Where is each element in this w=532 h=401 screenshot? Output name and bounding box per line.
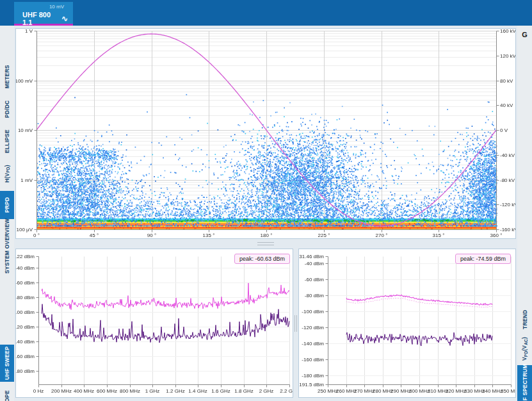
sweep-peak-badge: peak: -60.63 dBm [234, 254, 290, 264]
uhf-sweep-plot-canvas[interactable] [16, 249, 293, 397]
tab-ellipse-label: ELLIPSE [4, 130, 10, 154]
tab-trend-label: TREND [522, 310, 528, 329]
uhf-sweep-panel: peak: -60.63 dBm [15, 249, 293, 398]
tab-meters-label: METERS [4, 65, 10, 89]
device-tab-uhf800[interactable]: 10 mV UHF 800 1.1 ∿ [14, 2, 73, 26]
tab-vpd-vac-label: VPD(VAC) [521, 336, 528, 360]
tab-system-overview-label: SYSTEM OVERVIEW [4, 218, 10, 274]
g-button[interactable]: G [517, 31, 532, 38]
tab-system-overview[interactable]: SYSTEM OVERVIEW [0, 222, 14, 270]
tab-prpd[interactable]: PRPD [0, 191, 14, 219]
tab-trend[interactable]: TREND [517, 307, 532, 332]
tab-prpd-label: PRPD [4, 197, 10, 213]
tab-hvpd-label: H(VPD) [4, 165, 11, 183]
tab-ellipse[interactable]: ELLIPSE [0, 127, 14, 156]
tab-pd-dc[interactable]: PD/DC [0, 95, 14, 123]
tab-vpd-vac[interactable]: VPD(VAC) [517, 334, 532, 363]
tab-scope[interactable]: SCOPE [0, 386, 14, 401]
device-tab-title: UHF 800 1.1 [22, 11, 61, 26]
tab-uhf-spectrum[interactable]: UHF SPECTRUM [517, 365, 532, 401]
uhf-spectrum-panel: peak: -74.59 dBm [298, 249, 516, 398]
tab-hvpd[interactable]: H(VPD) [0, 159, 14, 188]
tab-uhf-sweep[interactable]: UHF SWEEP [0, 345, 14, 382]
prpd-panel [15, 28, 516, 239]
left-tab-rail: METERS PD/DC ELLIPSE H(VPD) PRPD SYSTEM … [0, 26, 14, 401]
range-label: 10 mV [14, 2, 73, 10]
vertical-splitter[interactable] [294, 249, 298, 398]
title-bar: 10 mV UHF 800 1.1 ∿ [0, 0, 532, 26]
tab-pd-dc-label: PD/DC [4, 100, 10, 117]
sine-icon: ∿ [61, 14, 68, 23]
prpd-plot-canvas[interactable] [16, 29, 515, 238]
tab-uhf-sweep-label: UHF SWEEP [4, 347, 10, 380]
spectrum-peak-badge: peak: -74.59 dBm [455, 254, 511, 264]
splitter-grip-icon [294, 315, 297, 332]
right-tab-rail: G TREND VPD(VAC) UHF SPECTRUM [517, 26, 532, 401]
tab-uhf-spectrum-label: UHF SPECTRUM [522, 364, 528, 401]
tab-meters[interactable]: METERS [0, 63, 14, 91]
splitter-grip-icon [257, 242, 274, 245]
tab-scope-label: SCOPE [4, 391, 10, 401]
horizontal-splitter[interactable] [15, 240, 516, 247]
uhf-spectrum-plot-canvas[interactable] [299, 249, 515, 397]
